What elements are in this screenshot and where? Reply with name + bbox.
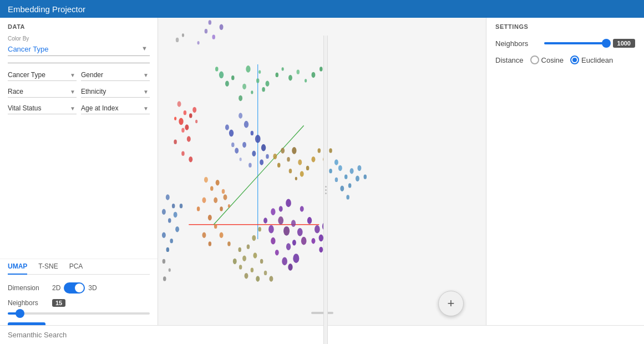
svg-point-85: [220, 232, 224, 238]
filter-cancer-type[interactable]: Cancer Type ▼: [8, 71, 77, 81]
svg-point-103: [301, 237, 307, 245]
app-header: Embedding Projector: [0, 0, 644, 18]
data-section-title: DATA: [8, 23, 150, 30]
gender-select[interactable]: Gender: [81, 71, 150, 79]
svg-point-86: [227, 241, 231, 246]
tab-pca[interactable]: PCA: [69, 262, 83, 275]
svg-point-122: [252, 235, 256, 241]
svg-point-92: [180, 204, 183, 208]
cancer-type-select[interactable]: Cancer Type: [8, 71, 77, 79]
svg-point-129: [239, 265, 242, 269]
svg-point-111: [271, 208, 275, 215]
svg-point-73: [216, 180, 220, 186]
filter-vital-status[interactable]: Vital Status ▼: [8, 104, 77, 114]
dimension-toggle[interactable]: [64, 282, 85, 294]
svg-point-7: [209, 20, 212, 24]
dimension-row: Dimension 2D 3D: [8, 282, 150, 294]
svg-point-78: [228, 204, 230, 208]
svg-point-82: [214, 224, 217, 229]
neighbors-slider-track[interactable]: [8, 312, 150, 315]
svg-point-139: [356, 176, 359, 182]
svg-point-40: [181, 151, 185, 155]
ethnicity-select[interactable]: Ethnicity: [81, 88, 150, 95]
tab-umap[interactable]: UMAP: [8, 262, 27, 275]
filter-age-at-index[interactable]: Age at Index ▼: [81, 104, 150, 114]
svg-point-110: [263, 217, 267, 224]
settings-slider-thumb[interactable]: [602, 39, 611, 48]
svg-point-10: [219, 72, 224, 79]
svg-point-104: [293, 254, 299, 263]
svg-point-42: [239, 113, 242, 119]
svg-point-108: [271, 237, 275, 245]
svg-point-97: [278, 216, 283, 225]
svg-point-87: [166, 194, 170, 200]
svg-point-124: [253, 252, 257, 259]
resize-handle-right[interactable]: [323, 36, 328, 344]
svg-point-55: [229, 130, 234, 137]
svg-point-49: [266, 154, 269, 159]
svg-point-54: [231, 143, 235, 147]
scatter-plot[interactable]: [158, 18, 486, 344]
euclidean-radio[interactable]: Euclidean: [570, 55, 613, 64]
tab-tsne[interactable]: T-SNE: [38, 262, 58, 275]
euclidean-label: Euclidean: [581, 56, 613, 64]
svg-point-62: [295, 177, 297, 180]
svg-point-123: [247, 244, 250, 249]
race-select[interactable]: Race: [8, 88, 77, 95]
settings-slider-fill: [544, 42, 608, 44]
vital-status-select[interactable]: Vital Status: [8, 104, 77, 112]
svg-point-84: [209, 241, 212, 246]
svg-point-142: [346, 195, 349, 199]
svg-point-19: [246, 65, 250, 73]
svg-point-77: [224, 194, 227, 200]
svg-point-143: [334, 159, 338, 165]
color-by-select[interactable]: Cancer Type Gender Race Ethnicity Vital …: [8, 43, 150, 56]
semantic-search-input[interactable]: [8, 331, 636, 339]
svg-point-81: [208, 215, 212, 221]
svg-point-72: [210, 186, 214, 190]
svg-point-127: [238, 247, 241, 252]
cosine-radio[interactable]: Cosine: [530, 55, 564, 64]
euclidean-radio-outer: [570, 55, 579, 64]
svg-point-28: [320, 67, 323, 71]
filter-gender[interactable]: Gender ▼: [81, 71, 150, 81]
svg-point-100: [297, 228, 303, 236]
svg-point-117: [311, 238, 315, 244]
filter-ethnicity[interactable]: Ethnicity ▼: [81, 88, 150, 98]
svg-point-56: [225, 124, 229, 130]
distance-label: Distance: [495, 56, 524, 64]
data-section: DATA Color By Cancer Type Gender Race Et…: [0, 18, 158, 259]
svg-point-140: [335, 178, 338, 182]
svg-point-149: [163, 276, 166, 281]
resize-dots: [325, 184, 327, 196]
svg-point-109: [268, 225, 274, 234]
filter-race[interactable]: Race ▼: [8, 88, 77, 98]
svg-point-63: [300, 171, 304, 177]
neighbors-slider-thumb[interactable]: [16, 309, 24, 318]
age-at-index-select[interactable]: Age at Index: [81, 104, 150, 112]
zoom-button[interactable]: +: [438, 291, 464, 316]
neighbors-row: Neighbors 15: [8, 299, 150, 307]
svg-point-80: [197, 206, 200, 211]
svg-point-22: [276, 73, 279, 77]
svg-point-8: [176, 38, 179, 42]
svg-point-36: [181, 128, 185, 132]
svg-point-91: [174, 212, 178, 218]
svg-point-102: [286, 243, 291, 250]
svg-point-37: [195, 120, 197, 123]
dimension-label: Dimension: [8, 284, 48, 292]
svg-point-116: [315, 225, 320, 234]
svg-point-52: [240, 158, 242, 161]
settings-neighbors-slider[interactable]: [544, 42, 608, 44]
svg-point-58: [287, 157, 290, 161]
svg-point-137: [350, 168, 354, 174]
svg-point-60: [298, 159, 302, 165]
svg-point-27: [311, 72, 315, 78]
svg-point-30: [184, 110, 187, 115]
svg-point-147: [163, 259, 166, 264]
svg-point-70: [329, 148, 332, 153]
svg-point-130: [245, 273, 249, 279]
svg-point-33: [185, 124, 189, 130]
svg-point-105: [288, 264, 292, 271]
svg-point-94: [170, 239, 173, 243]
